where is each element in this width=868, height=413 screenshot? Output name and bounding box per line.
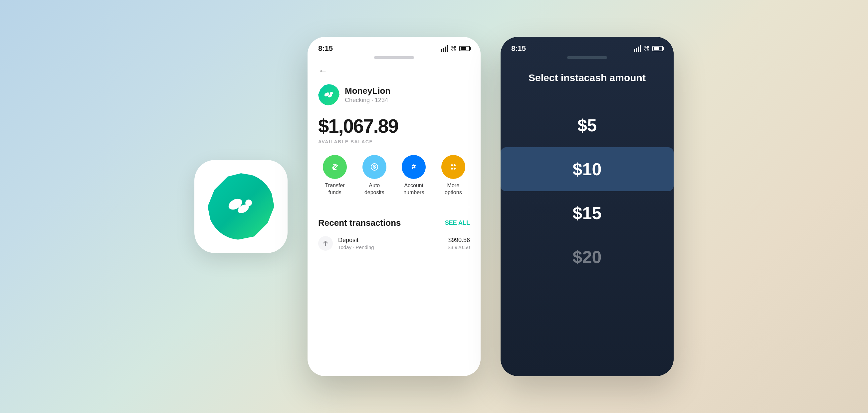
svg-point-11 (451, 168, 453, 170)
phone-checking: 8:15 ⌘ ← (308, 37, 480, 376)
balance-label: AVAILABLE BALACE (318, 139, 470, 144)
scene: 8:15 ⌘ ← (0, 0, 868, 413)
phone-checking-screen: 8:15 ⌘ ← (308, 37, 480, 376)
transactions-header: Recent transactions SEE ALL (318, 218, 470, 228)
status-icons-2: ⌘ (634, 45, 663, 52)
status-bar-2: 8:15 ⌘ (501, 37, 674, 55)
amount-item-5[interactable]: $5 (511, 103, 663, 147)
phone-instacash-screen: 8:15 ⌘ Select instacash amount (501, 37, 674, 376)
instacash-title: Select instacash amount (511, 72, 663, 83)
transaction-row: Deposit Today · Pending $990.56 $3,920.5… (318, 236, 470, 251)
battery-icon (459, 46, 470, 51)
amount-item-10[interactable]: $10 (501, 147, 674, 191)
transaction-amount: $990.56 (447, 237, 470, 244)
svg-point-5 (330, 92, 333, 95)
back-button[interactable]: ← (318, 66, 328, 76)
signal-icon-2 (634, 45, 641, 52)
action-more-options[interactable]: Moreoptions (437, 155, 470, 196)
account-info: MoneyLion Checking · 1234 (345, 86, 391, 104)
phone-checking-content: ← MoneyLion Checking · 1234 (308, 59, 480, 257)
more-options-label: Moreoptions (445, 182, 462, 196)
transaction-name: Deposit (338, 237, 442, 244)
auto-deposits-icon-circle: $ (363, 155, 386, 179)
account-type: Checking · 1234 (345, 97, 391, 104)
transactions-title: Recent transactions (318, 218, 401, 228)
transfer-icon-circle (323, 155, 347, 179)
notch-pill-2 (567, 56, 607, 59)
see-all-link[interactable]: SEE ALL (445, 219, 470, 227)
phone-instacash: 8:15 ⌘ Select instacash amount (501, 37, 674, 376)
svg-point-10 (454, 164, 456, 166)
transaction-type-icon (318, 236, 333, 251)
instacash-content: Select instacash amount $5 $10 $15 $20 (501, 59, 674, 292)
transfer-label: Transferfunds (325, 182, 345, 196)
app-icon (194, 160, 287, 253)
signal-icon (441, 45, 448, 52)
status-bar-1: 8:15 ⌘ (308, 37, 480, 55)
wifi-icon-2: ⌘ (644, 45, 650, 52)
wifi-icon: ⌘ (451, 45, 457, 52)
amount-item-15[interactable]: $15 (511, 191, 663, 235)
account-header: MoneyLion Checking · 1234 (318, 84, 470, 105)
svg-point-2 (245, 200, 252, 206)
svg-point-12 (454, 168, 456, 170)
transaction-date: Today · Pending (338, 244, 442, 250)
account-numbers-icon-circle: # (402, 155, 426, 179)
auto-deposits-label: Autodeposits (365, 182, 384, 196)
app-icon-wrapper (194, 160, 287, 253)
time-2: 8:15 (511, 44, 526, 53)
time-1: 8:15 (318, 44, 333, 53)
account-name: MoneyLion (345, 86, 391, 96)
action-transfer[interactable]: Transferfunds (318, 155, 351, 196)
notch-pill-1 (374, 56, 414, 59)
quick-actions: Transferfunds $ Autodeposits (318, 155, 470, 207)
account-avatar (318, 84, 339, 105)
svg-text:$: $ (373, 164, 376, 170)
action-account-numbers[interactable]: # Accountnumbers (397, 155, 430, 196)
battery-icon-2 (652, 46, 663, 51)
svg-point-9 (451, 164, 453, 166)
transaction-info: Deposit Today · Pending (338, 237, 442, 250)
balance-amount: $1,067.89 (318, 115, 470, 137)
account-numbers-label: Accountnumbers (403, 182, 424, 196)
transaction-amounts: $990.56 $3,920.50 (447, 237, 470, 250)
action-auto-deposits[interactable]: $ Autodeposits (358, 155, 391, 196)
status-icons-1: ⌘ (441, 45, 470, 52)
svg-text:#: # (412, 162, 416, 171)
amount-item-20[interactable]: $20 (511, 235, 663, 279)
more-options-icon-circle (441, 155, 465, 179)
transaction-balance: $3,920.50 (447, 244, 470, 250)
app-icon-logo (208, 173, 274, 240)
amount-list: $5 $10 $15 $20 (511, 103, 663, 279)
